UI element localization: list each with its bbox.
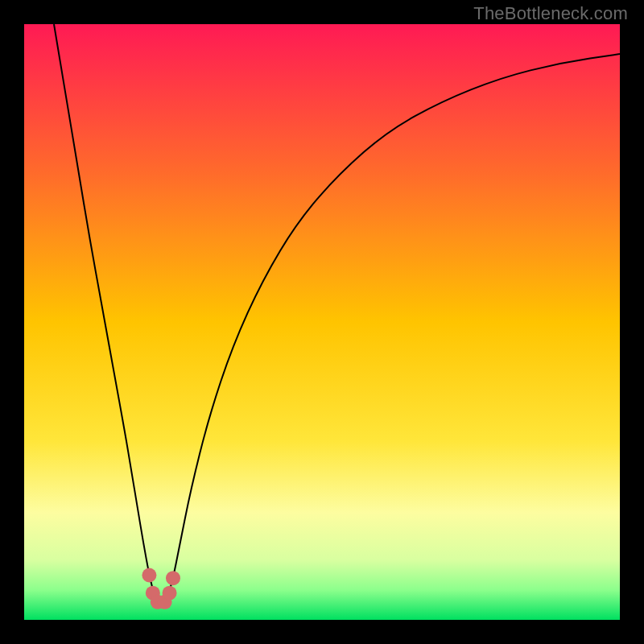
trough-marker (163, 586, 177, 601)
watermark-text: TheBottleneck.com (473, 3, 628, 24)
chart-svg (24, 24, 620, 620)
trough-marker (142, 568, 156, 583)
trough-marker (166, 571, 180, 585)
chart-background (24, 24, 620, 620)
chart-frame (24, 24, 620, 620)
